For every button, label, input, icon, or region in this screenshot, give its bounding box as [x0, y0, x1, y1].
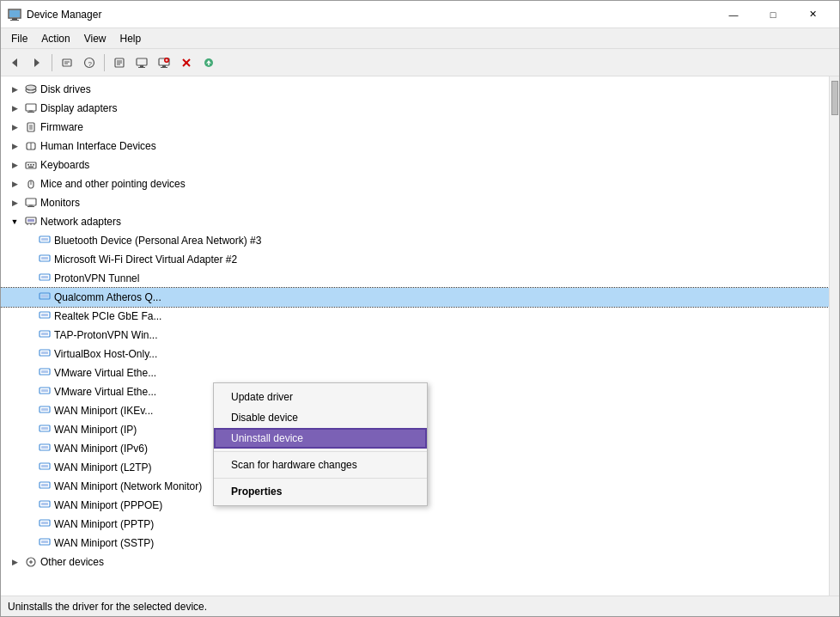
maximize-button[interactable]: □ — [753, 1, 793, 28]
monitors-label: Monitors — [40, 197, 80, 209]
tree-item-firmware[interactable]: ▶ Firmware — [1, 118, 829, 137]
expand-icon-other: ▶ — [8, 555, 21, 569]
ctx-sep-1 — [214, 451, 427, 452]
tree-item-display-adapters[interactable]: ▶ Display adapters — [1, 99, 829, 118]
svg-rect-31 — [26, 104, 36, 111]
update-button[interactable] — [198, 52, 219, 73]
device-tree[interactable]: ▶ Disk drives ▶ — [1, 76, 829, 596]
help-toolbar-button[interactable]: ? — [79, 52, 100, 73]
tree-item-keyboards[interactable]: ▶ Keyboards — [1, 156, 829, 174]
other-devices-label: Other devices — [40, 556, 104, 568]
status-text: Uninstalls the driver for the selected d… — [8, 601, 207, 613]
properties-toolbar-button[interactable] — [57, 52, 77, 73]
status-bar: Uninstalls the driver for the selected d… — [1, 596, 839, 616]
svg-rect-68 — [41, 351, 48, 354]
tree-item-vmware1[interactable]: ▶ VMware Virtual Ethe... — [1, 363, 829, 382]
ctx-update-driver[interactable]: Update driver — [214, 387, 427, 407]
add-button[interactable] — [154, 52, 174, 73]
wan-sstp-label: WAN Miniport (SSTP) — [54, 537, 154, 549]
tree-item-wan-sstp[interactable]: ▶ WAN Miniport (SSTP) — [1, 534, 829, 553]
tree-item-protonvpn[interactable]: ▶ ProtonVPN Tunnel — [1, 269, 829, 288]
tree-item-wifi-direct[interactable]: ▶ Microsoft Wi-Fi Direct Virtual Adapter… — [1, 250, 829, 269]
tree-item-disk-drives[interactable]: ▶ Disk drives — [1, 80, 829, 99]
svg-rect-41 — [27, 164, 29, 166]
wan-l2tp-label: WAN Miniport (L2TP) — [54, 461, 152, 473]
tree-item-monitors[interactable]: ▶ Monitors — [1, 193, 829, 212]
window-title: Device Manager — [27, 9, 714, 21]
wan-sstp-icon — [38, 536, 52, 550]
menu-action[interactable]: Action — [34, 29, 76, 48]
svg-rect-60 — [41, 276, 48, 278]
wan-pppoe-label: WAN Miniport (PPPOE) — [54, 499, 162, 511]
tree-item-mice[interactable]: ▶ Mice and other pointing devices — [1, 174, 829, 193]
svg-marker-5 — [34, 58, 40, 67]
svg-rect-70 — [41, 370, 48, 373]
svg-marker-4 — [12, 58, 17, 67]
wifi-direct-label: Microsoft Wi-Fi Direct Virtual Adapter #… — [54, 254, 237, 266]
svg-rect-2 — [10, 20, 19, 21]
expand-icon-monitors: ▶ — [8, 196, 21, 210]
expand-icon-display-adapters: ▶ — [8, 101, 21, 115]
svg-rect-80 — [41, 465, 48, 467]
svg-rect-1 — [12, 18, 17, 20]
expand-icon-network: ▼ — [8, 215, 21, 229]
firmware-icon — [24, 120, 38, 134]
scrollbar-track[interactable] — [829, 76, 839, 596]
wifi-direct-icon — [38, 253, 52, 266]
wan-ipv6-label: WAN Miniport (IPv6) — [54, 443, 148, 455]
vmware1-label: VMware Virtual Ethe... — [54, 367, 156, 379]
network-adapters-icon — [24, 215, 38, 229]
toolbar-separator-1 — [52, 54, 52, 71]
toolbar-separator-2 — [104, 54, 105, 71]
scan-toolbar-button[interactable] — [131, 52, 152, 73]
minimize-button[interactable]: — — [714, 1, 753, 28]
ctx-disable-device[interactable]: Disable device — [214, 407, 427, 428]
tree-item-realtek[interactable]: ▶ Realtek PCIe GbE Fa... — [1, 307, 829, 326]
menu-file[interactable]: File — [4, 29, 34, 48]
svg-rect-82 — [41, 484, 48, 486]
title-bar: Device Manager — □ ✕ — [1, 1, 839, 28]
svg-rect-20 — [161, 67, 167, 68]
wan-l2tp-icon — [38, 461, 52, 474]
svg-rect-72 — [41, 389, 48, 392]
protonvpn-icon — [38, 272, 52, 285]
expand-icon-keyboards: ▶ — [8, 158, 21, 172]
forward-button[interactable] — [27, 52, 47, 73]
wan-ip-label: WAN Miniport (IP) — [54, 424, 137, 436]
app-icon — [8, 8, 21, 21]
monitor-icon — [24, 196, 38, 210]
tree-item-virtualbox[interactable]: ▶ VirtualBox Host-Only... — [1, 345, 829, 363]
remove-button[interactable] — [176, 52, 197, 73]
tree-item-network-adapters[interactable]: ▼ Network adapters — [1, 212, 829, 231]
display-adapters-icon — [24, 101, 38, 115]
other-devices-icon — [24, 555, 38, 569]
tree-item-qualcomm[interactable]: ▶ Qualcomm Atheros Q... — [1, 288, 829, 307]
menu-bar: File Action View Help — [1, 28, 839, 49]
expand-icon-mice: ▶ — [8, 177, 21, 191]
firmware-label: Firmware — [40, 121, 83, 133]
svg-rect-86 — [41, 522, 48, 524]
tree-item-human-interface[interactable]: ▶ Human Interface Devices — [1, 137, 829, 156]
tree-item-wan-pptp[interactable]: ▶ WAN Miniport (PPTP) — [1, 515, 829, 534]
svg-text:?: ? — [88, 59, 93, 67]
ctx-properties[interactable]: Properties — [214, 481, 427, 502]
back-button[interactable] — [4, 52, 25, 73]
svg-rect-66 — [41, 333, 48, 335]
close-button[interactable]: ✕ — [793, 1, 832, 28]
tree-item-tap-protonvpn[interactable]: ▶ TAP-ProtonVPN Win... — [1, 326, 829, 345]
summary-button[interactable] — [109, 52, 130, 73]
svg-rect-56 — [41, 238, 48, 241]
scrollbar-thumb[interactable] — [831, 81, 838, 115]
wan-ipv6-icon — [38, 442, 52, 455]
ctx-uninstall-device[interactable]: Uninstall device — [214, 428, 427, 449]
menu-help[interactable]: Help — [113, 29, 149, 48]
expand-icon-firmware: ▶ — [8, 120, 21, 134]
ctx-scan-hardware[interactable]: Scan for hardware changes — [214, 455, 427, 475]
svg-rect-74 — [41, 408, 48, 411]
bluetooth-icon — [38, 234, 52, 247]
tap-label: TAP-ProtonVPN Win... — [54, 329, 157, 341]
menu-view[interactable]: View — [77, 29, 113, 48]
tree-item-bluetooth[interactable]: ▶ Bluetooth Device (Personal Area Networ… — [1, 231, 829, 250]
svg-rect-15 — [137, 58, 147, 65]
tree-item-other-devices[interactable]: ▶ Other devices — [1, 553, 829, 571]
